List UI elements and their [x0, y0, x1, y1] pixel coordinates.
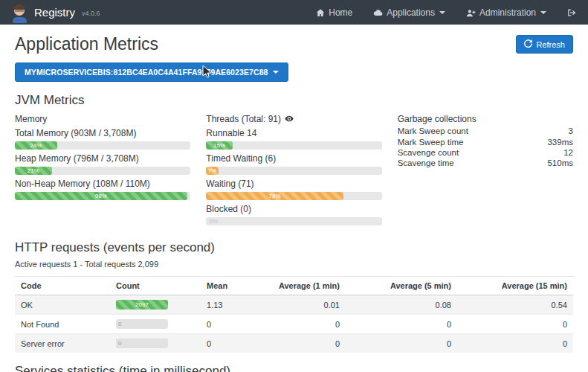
refresh-button[interactable]: Refresh — [516, 35, 573, 54]
code-cell: OK — [15, 295, 110, 315]
mean-cell: 0 — [201, 334, 264, 353]
progress-value: 21% — [28, 167, 39, 174]
progress-value: 24% — [30, 142, 42, 149]
gc-row: Scavenge count 12 — [398, 147, 573, 158]
nav-applications[interactable]: Applications — [373, 7, 445, 18]
top-navbar: Registry v4.0.6 Home Applications Admini… — [0, 0, 588, 25]
avg1-cell: 0 — [264, 334, 346, 353]
avg5-cell: 0 — [346, 315, 457, 334]
progress-value: 2097 — [135, 301, 149, 308]
refresh-label: Refresh — [536, 40, 565, 49]
nonheap-memory-label: Non-Heap Memory (108M / 110M) — [15, 179, 190, 189]
http-requests-subtitle: Active requests 1 - Total requests 2,099 — [15, 260, 573, 269]
col-header-count: Count — [110, 277, 201, 295]
page-title: Application Metrics — [15, 34, 158, 54]
threads-title: Threads (Total: 91) — [206, 114, 281, 124]
blocked-progressbar: 0% — [206, 217, 381, 225]
memory-title: Memory — [15, 114, 190, 124]
count-progressbar: 2097 — [116, 300, 168, 310]
progress-value: 78% — [268, 193, 280, 199]
nav-applications-label: Applications — [387, 7, 435, 18]
count-progressbar: 0 — [116, 319, 168, 329]
services-statistics-heading: Services statistics (time in millisecond… — [15, 364, 573, 372]
gc-row: Mark Sweep count 3 — [398, 126, 573, 136]
col-header-mean: Mean — [201, 277, 264, 295]
blocked-label: Blocked (0) — [206, 204, 381, 214]
progress-value: 15% — [213, 142, 225, 149]
col-header-code: Code — [15, 277, 110, 295]
col-header-avg15: Average (15 min) — [457, 277, 573, 295]
timed-waiting-progressbar: 7% — [206, 167, 381, 175]
heap-memory-progressbar: 21% — [15, 167, 190, 175]
jvm-metrics-heading: JVM Metrics — [15, 93, 573, 108]
chevron-down-icon — [439, 11, 445, 17]
nav-administration-label: Administration — [479, 7, 536, 18]
gc-column: Garbage collections Mark Sweep count 3 M… — [398, 114, 573, 229]
gc-label: Scavenge count — [398, 148, 459, 157]
gc-value: 3 — [569, 126, 573, 135]
col-header-avg5: Average (5 min) — [346, 277, 457, 295]
progress-value: 0% — [209, 218, 218, 225]
waiting-progressbar: 78% — [206, 192, 381, 200]
count-cell: 0 — [110, 315, 201, 334]
registry-logo-avatar — [11, 4, 28, 23]
timed-waiting-label: Timed Waiting (6) — [206, 153, 381, 164]
cloud-icon — [373, 8, 383, 17]
gc-value: 510ms — [547, 158, 573, 167]
brand-group[interactable]: Registry v4.0.6 — [11, 1, 100, 23]
mean-cell: 0 — [201, 315, 264, 334]
table-row-server-error: Server error 0 0 0 0 0 — [15, 334, 573, 353]
mean-cell: 1.13 — [201, 295, 264, 315]
nav-home[interactable]: Home — [316, 7, 352, 18]
table-row-not-found: Not Found 0 0 0 0 0 — [15, 315, 573, 334]
progress-value: 0 — [118, 321, 121, 327]
total-memory-progressbar: 24% — [15, 141, 190, 150]
refresh-icon — [524, 39, 532, 49]
instance-id: MYMICROSERVICEBIS:812BC4EA0C4A41FFA9179A… — [25, 68, 268, 77]
total-memory-label: Total Memory (903M / 3,708M) — [15, 128, 190, 138]
instance-selector-dropdown[interactable]: MYMICROSERVICEBIS:812BC4EA0C4A41FFA9179A… — [15, 62, 288, 82]
gc-label: Mark Sweep time — [398, 138, 464, 147]
eye-icon[interactable] — [285, 114, 294, 124]
memory-column: Memory Total Memory (903M / 3,708M) 24% … — [15, 114, 190, 229]
avg15-cell: 0.54 — [457, 295, 573, 315]
nav-signout[interactable] — [567, 8, 577, 17]
runnable-progressbar: 15% — [206, 141, 381, 150]
code-cell: Not Found — [15, 315, 110, 334]
heap-memory-label: Heap Memory (796M / 3,708M) — [15, 153, 190, 164]
progress-value: 7% — [208, 167, 217, 174]
table-row-ok: OK 2097 1.13 0.01 0.08 0.54 — [15, 295, 573, 315]
count-progressbar: 0 — [116, 339, 168, 348]
user-plus-icon — [466, 8, 476, 17]
nav-home-label: Home — [329, 7, 352, 18]
avg1-cell: 0.01 — [264, 295, 346, 315]
gc-row: Scavenge time 510ms — [398, 158, 573, 168]
runnable-label: Runnable 14 — [206, 128, 381, 138]
gc-value: 12 — [563, 148, 573, 157]
sign-out-icon — [567, 8, 577, 17]
gc-title: Garbage collections — [398, 114, 573, 124]
brand-title: Registry — [34, 6, 75, 19]
avg15-cell: 0 — [457, 334, 573, 353]
home-icon — [316, 8, 325, 17]
nonheap-memory-progressbar: 98% — [15, 192, 190, 200]
gc-label: Scavenge time — [398, 158, 454, 167]
avg15-cell: 0 — [457, 315, 573, 334]
count-cell: 0 — [110, 334, 201, 353]
gc-value: 339ms — [547, 138, 573, 147]
nav-menu: Home Applications Administration — [316, 7, 577, 18]
code-cell: Server error — [15, 334, 110, 353]
brand-version: v4.0.6 — [82, 10, 100, 17]
chevron-down-icon — [540, 11, 546, 17]
avg5-cell: 0 — [346, 334, 457, 353]
gc-label: Mark Sweep count — [398, 126, 468, 135]
nav-administration[interactable]: Administration — [466, 7, 546, 18]
content-area: Application Metrics Refresh MYMICROSERVI… — [0, 34, 588, 372]
http-requests-heading: HTTP requests (events per second) — [15, 240, 573, 255]
progress-value: 98% — [95, 193, 107, 199]
count-cell: 2097 — [110, 295, 201, 315]
http-requests-table: Code Count Mean Average (1 min) Average … — [15, 276, 573, 353]
avg5-cell: 0.08 — [346, 295, 457, 315]
chevron-down-icon — [273, 71, 279, 77]
threads-column: Threads (Total: 91) Runnable 14 15% Time… — [206, 114, 381, 229]
